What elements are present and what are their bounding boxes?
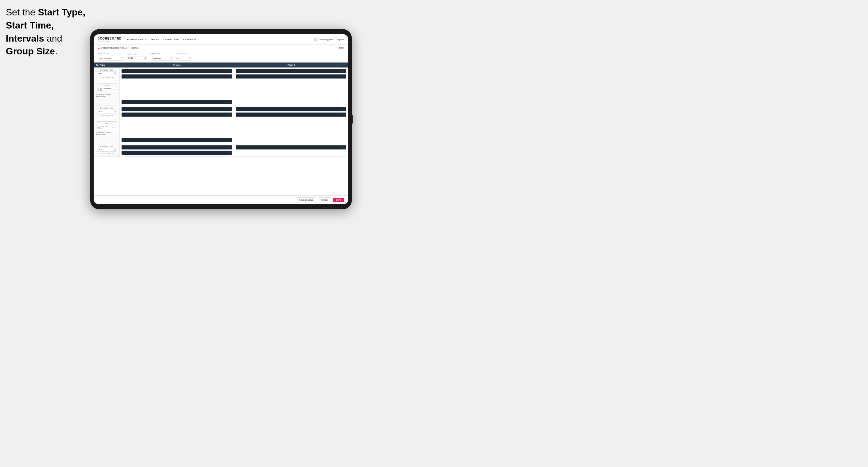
logo-area: SCOREBOARD Powered by clipp.io	[98, 37, 122, 42]
nav-tab-tournaments[interactable]: TOURNAMENTS	[127, 37, 147, 41]
g3-t1-p2-info[interactable]: ○	[230, 152, 231, 154]
breadcrumb-section: Hosting	[130, 46, 137, 49]
group-size-label: Group Size	[176, 53, 191, 55]
intervals-select-wrapper[interactable]: 10 Minutes	[150, 55, 173, 61]
navbar: SCOREBOARD Powered by clipp.io TOURNAMEN…	[94, 34, 348, 45]
g3-t1-p1-remove[interactable]: ×	[228, 147, 229, 149]
g2-t1-p3-remove[interactable]: ×	[228, 139, 229, 141]
start-type-select-wrapper[interactable]: 1st Tee Start	[98, 55, 124, 61]
g3-starting-time-input[interactable]: 10:20 🕐	[96, 148, 117, 152]
g3-t1-player1: × ○	[122, 146, 232, 150]
g1-t1-p2-remove[interactable]: ×	[228, 75, 229, 77]
g1-t2-p2-remove[interactable]: ×	[342, 75, 343, 77]
main-table: Tee Time Team 1 Team 2 STARTING TIME: 10…	[94, 63, 348, 195]
g2-starting-hole-input[interactable]: 1 ▲▼	[96, 117, 117, 122]
g1-add-group[interactable]: + Add Group	[96, 95, 117, 97]
g3-clock-icon: 🕐	[114, 149, 116, 151]
g2-t2-p2-remove[interactable]: ×	[342, 114, 343, 116]
g3-t2-p1-remove[interactable]: ×	[342, 147, 343, 149]
group-size-select[interactable]: 3	[176, 57, 191, 61]
g2-team2: × ○ × ○	[234, 106, 348, 137]
user-avatar	[313, 37, 317, 41]
nav-tab-committee[interactable]: COMMITTEE	[163, 37, 179, 41]
reset-changes-button[interactable]: Reset Changes	[296, 197, 316, 203]
g1-t1-p1-info[interactable]: ○	[230, 70, 231, 72]
g1-course-icon	[97, 88, 99, 91]
tablet-side-button	[352, 115, 353, 124]
g2-t1-p1-remove[interactable]: ×	[228, 108, 229, 111]
start-time-select-wrapper[interactable]: 10:00 ⏱	[127, 56, 147, 60]
breadcrumb-separator: ›	[128, 46, 129, 49]
g1-t1-player2: × ○	[122, 74, 232, 79]
table-header: Tee Time Team 1 Team 2	[94, 63, 348, 68]
g1-t1-p3-remove[interactable]: ×	[228, 101, 229, 103]
g2-team1: × ○ × ○	[120, 106, 234, 137]
g2-course-name: East Lake GC	[101, 126, 112, 129]
g3-t1-p1-info[interactable]: ○	[230, 147, 231, 149]
breadcrumb-logo: C	[98, 46, 100, 50]
g2-course-edit[interactable]: ✎	[114, 127, 116, 129]
g3-t2-p1-info[interactable]: ○	[344, 147, 345, 149]
g1-starting-hole-input[interactable]: 1 ▲▼	[96, 79, 117, 84]
g2-remove-group[interactable]: ⊖ Remove Group	[96, 131, 117, 133]
start-type-field: Start Type 1st Tee Start	[98, 53, 124, 61]
g2-t1-p3-info[interactable]: ○	[230, 139, 231, 141]
g1-course-edit[interactable]: ✎	[114, 89, 116, 91]
cancel-button[interactable]: Cancel	[318, 197, 331, 203]
g1-stepper[interactable]: ▲▼	[114, 80, 116, 83]
nav-tab-rankings[interactable]: RANKINGS	[183, 37, 196, 41]
g2-t2-p1-info[interactable]: ○	[344, 108, 345, 111]
nav-right: blair@clippd.io | Sign out	[313, 37, 344, 41]
g2-course-remove[interactable]: ×	[112, 127, 114, 129]
g2-left-empty	[94, 137, 120, 144]
g1-course-remove[interactable]: ×	[112, 89, 114, 91]
g2-t1-player3: × ○	[122, 138, 232, 142]
g2-starting-hole-label: STARTING HOLE:	[96, 115, 117, 116]
g1-t2-p2-info[interactable]: ○	[344, 75, 345, 77]
intervals-select[interactable]: 10 Minutes	[150, 57, 173, 61]
tablet-screen: SCOREBOARD Powered by clipp.io TOURNAMEN…	[94, 34, 348, 204]
g1-t1-p3-info[interactable]: ○	[230, 101, 231, 103]
g2-t1-p1-info[interactable]: ○	[230, 108, 231, 111]
g3-t1-p2-remove[interactable]: ×	[228, 152, 229, 154]
g2-t2-p2-info[interactable]: ○	[344, 114, 345, 116]
g1-t1-p2-info[interactable]: ○	[230, 75, 231, 77]
g1-starting-time-input[interactable]: 10:00 🕐	[96, 71, 117, 75]
breadcrumb-tournament[interactable]: Clippd Invitational (Mo...)	[101, 46, 126, 49]
g1-remove-group[interactable]: ⊖ Remove Group	[96, 93, 117, 95]
g1-t1-player3: × ○	[122, 100, 232, 104]
user-email: blair@clippd.io	[319, 38, 333, 40]
sign-out-link[interactable]: Sign out	[337, 38, 344, 40]
g1-starting-hole-label: STARTING HOLE:	[96, 76, 117, 78]
g2-t1-p2-remove[interactable]: ×	[228, 114, 229, 116]
intervals-label: Intervals	[150, 53, 173, 55]
group-1: STARTING TIME: 10:00 🕐 STARTING HOLE: 1 …	[94, 68, 348, 106]
g1-actions: ⊖ Remove Group + Add Group	[96, 93, 117, 97]
start-time-input[interactable]: 10:00 ⏱	[127, 56, 147, 60]
config-row: Start Type 1st Tee Start Start Time 10:0…	[94, 51, 348, 63]
logo-text: SCOREBOARD	[98, 37, 122, 40]
g1-team2: × ○ × ○	[234, 68, 348, 99]
g1-t1-p1-remove[interactable]: ×	[228, 70, 229, 72]
breadcrumb: C Clippd Invitational (Mo...) › Hosting	[98, 46, 138, 50]
g3-t2-player1: × ○	[236, 146, 346, 150]
g1-t2-p1-info[interactable]: ○	[344, 70, 345, 72]
g2-starting-time-input[interactable]: 10:10 🕐	[96, 110, 117, 114]
g2-t2-player2: × ○	[236, 113, 346, 117]
g1-t2-p1-remove[interactable]: ×	[342, 70, 343, 72]
g2-t1-player2: × ○	[122, 113, 232, 117]
g2-t1-p2-info[interactable]: ○	[230, 114, 231, 116]
nav-tab-teams[interactable]: TEAMS	[151, 37, 160, 41]
start-type-select[interactable]: 1st Tee Start	[98, 57, 124, 61]
save-button[interactable]: Save	[333, 198, 344, 202]
g1-extra-row: × ○	[94, 99, 348, 105]
g2-add-group[interactable]: + Add Group	[96, 133, 117, 135]
g2-t2-p1-remove[interactable]: ×	[342, 108, 343, 111]
back-button[interactable]: ‹ Back	[338, 46, 344, 49]
group-size-select-wrapper[interactable]: 3	[176, 55, 191, 61]
g3-starting-hole-label: STARTING HOLE:	[96, 153, 117, 154]
g1-clock-icon: 🕐	[114, 72, 116, 74]
g2-stepper[interactable]: ▲▼	[114, 118, 116, 121]
g2-course-icon	[97, 126, 100, 129]
g2-team2-extra	[234, 137, 348, 144]
